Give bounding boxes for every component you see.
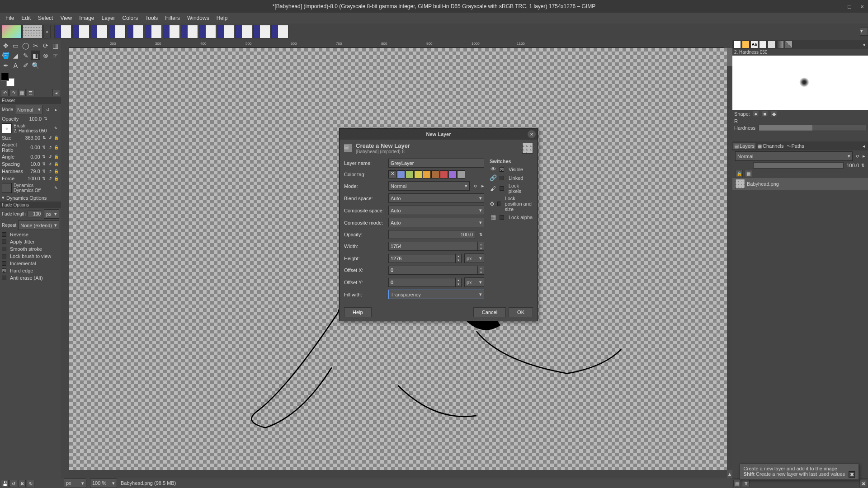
fonts-tab-icon[interactable]: Aa — [750, 41, 758, 48]
brush-preview[interactable] — [732, 56, 868, 110]
history-tab-icon[interactable] — [759, 41, 767, 48]
tooltip-close-icon[interactable]: ✖ — [849, 471, 855, 478]
dynamics-edit-icon[interactable]: ✎ — [53, 185, 59, 191]
history-thumb[interactable] — [90, 25, 108, 38]
lock-icon[interactable]: 🔒 — [53, 154, 59, 160]
smooth-stroke-checkbox[interactable] — [2, 247, 6, 251]
height-input[interactable] — [388, 254, 455, 263]
color-picker-tool-icon[interactable]: ✐ — [21, 61, 30, 70]
dialog-close-button[interactable]: × — [528, 130, 536, 138]
status-unit-select[interactable]: px▾ — [64, 479, 86, 488]
menu-edit[interactable]: Edit — [18, 13, 34, 23]
lock-pixels-checkbox[interactable] — [500, 186, 504, 191]
linked-checkbox[interactable] — [500, 176, 504, 180]
aspect-value[interactable]: 0.00 — [25, 145, 41, 150]
close-tab-button[interactable]: × — [43, 25, 51, 38]
smudge-tool-icon[interactable]: ☞ — [51, 51, 60, 60]
spinner-icon[interactable]: ⇅ — [860, 162, 866, 169]
mode-reset-icon[interactable]: ↺ — [854, 153, 861, 160]
menu-colors[interactable]: Colors — [119, 13, 142, 23]
reset-icon[interactable]: ↺ — [47, 175, 53, 182]
fade-length-input[interactable] — [28, 211, 42, 217]
history-thumb[interactable] — [253, 25, 270, 38]
gradient-tab-icon[interactable] — [776, 41, 784, 48]
reset-icon[interactable]: ↺ — [47, 154, 53, 160]
brush-value[interactable]: 2. Hardness 050 — [14, 128, 51, 133]
text-tool-icon[interactable]: A — [11, 61, 20, 70]
color-tag-blue[interactable] — [397, 170, 405, 178]
spinner-icon[interactable]: ⇅ — [41, 168, 47, 174]
lock-icon[interactable]: 🔒 — [53, 135, 59, 141]
shape-circle-icon[interactable]: ● — [753, 111, 759, 117]
opacity-value[interactable]: 100.0 — [26, 116, 42, 122]
color-tag-violet[interactable] — [448, 170, 457, 178]
lock-position-checkbox[interactable] — [497, 202, 500, 206]
minimize-button[interactable]: — — [833, 2, 841, 10]
dynamics-value[interactable]: Dynamics Off — [14, 188, 51, 193]
bucket-fill-tool-icon[interactable]: 🪣 — [1, 51, 10, 60]
lock-toggle-icon[interactable]: 🔒 — [735, 170, 743, 177]
dock-menu-icon[interactable]: ◂ — [861, 143, 867, 149]
menu-image[interactable]: Image — [75, 13, 98, 23]
offset-y-spinner[interactable]: ▲▼ — [455, 278, 462, 287]
undo-icon[interactable]: ↶ — [1, 89, 9, 96]
horizontal-scrollbar[interactable] — [69, 470, 727, 478]
color-tag-gray[interactable] — [457, 170, 465, 178]
crop-tool-icon[interactable]: ✂ — [31, 41, 40, 50]
mode-reset-icon[interactable]: ↺ — [472, 183, 479, 189]
paths-tab[interactable]: ⤳Paths — [786, 143, 805, 149]
history-thumb[interactable] — [127, 25, 144, 38]
history-thumb[interactable] — [217, 25, 234, 38]
menu-view[interactable]: View — [57, 13, 75, 23]
brush-edit-icon[interactable]: ✎ — [53, 125, 59, 131]
offset-y-input[interactable] — [388, 278, 455, 287]
dynamics-icon[interactable] — [2, 183, 12, 193]
reset-icon[interactable]: ↺ — [47, 135, 53, 141]
paths-tool-icon[interactable]: ✒ — [1, 61, 10, 70]
offset-unit-select[interactable]: px▾ — [464, 277, 484, 287]
lock-icon[interactable]: 🔒 — [53, 175, 59, 182]
menu-select[interactable]: Select — [34, 13, 57, 23]
gradient-tool-icon[interactable]: ◢ — [11, 51, 20, 60]
document-tab-1[interactable] — [2, 25, 22, 38]
spinner-icon[interactable]: ⇅ — [41, 175, 47, 182]
layer-mode-select[interactable]: Normal▾ — [735, 151, 853, 161]
move-tool-icon[interactable]: ✥ — [1, 41, 10, 50]
alpha-lock-icon[interactable]: ▦ — [745, 170, 752, 177]
dlg-opacity-input[interactable]: 100.0 — [388, 230, 475, 239]
layer-thumb[interactable] — [735, 179, 745, 189]
document-tab-2[interactable] — [23, 25, 42, 38]
status-zoom-select[interactable]: 100 %▾ — [90, 479, 117, 488]
anti-erase-checkbox[interactable] — [2, 276, 6, 280]
color-tag-green[interactable] — [406, 170, 414, 178]
menu-filters[interactable]: Filters — [161, 13, 184, 23]
fade-unit-select[interactable]: px▾ — [44, 209, 59, 219]
reverse-checkbox[interactable] — [2, 232, 6, 237]
ok-button[interactable]: OK — [509, 307, 533, 317]
hardness-value[interactable]: 79.0 — [25, 169, 41, 174]
lock-brush-checkbox[interactable] — [2, 254, 6, 258]
spacing-value[interactable]: 10.0 — [25, 161, 41, 167]
cancel-button[interactable]: Cancel — [473, 307, 506, 317]
history-thumb[interactable] — [271, 25, 288, 38]
force-value[interactable]: 100.0 — [25, 176, 41, 181]
new-group-icon[interactable]: ⇈ — [742, 480, 750, 487]
palette-tab-icon[interactable] — [785, 41, 793, 48]
nav-triangle-icon[interactable]: ▲ — [727, 470, 732, 478]
color-tag-brown[interactable] — [431, 170, 439, 178]
offset-x-input[interactable] — [388, 266, 478, 275]
lock-icon[interactable]: 🔒 — [53, 161, 59, 167]
reset-all-icon[interactable]: ↻ — [27, 480, 34, 487]
menu-windows[interactable]: Windows — [184, 13, 213, 23]
dock-separator[interactable] — [782, 138, 818, 141]
menu-tools[interactable]: Tools — [142, 13, 161, 23]
layer-opacity-value[interactable]: 100.0 — [844, 163, 860, 168]
history-thumb[interactable] — [163, 25, 180, 38]
history-thumb[interactable] — [108, 25, 126, 38]
pencil-tool-icon[interactable]: ✎ — [21, 51, 30, 60]
restore-icon[interactable]: ↺ — [9, 480, 17, 487]
paint-tab-icon[interactable] — [768, 41, 775, 48]
zoom-tool-icon[interactable]: 🔍 — [31, 61, 40, 70]
layers-tab[interactable]: ▤Layers — [733, 143, 755, 149]
history-thumb[interactable] — [199, 25, 216, 38]
